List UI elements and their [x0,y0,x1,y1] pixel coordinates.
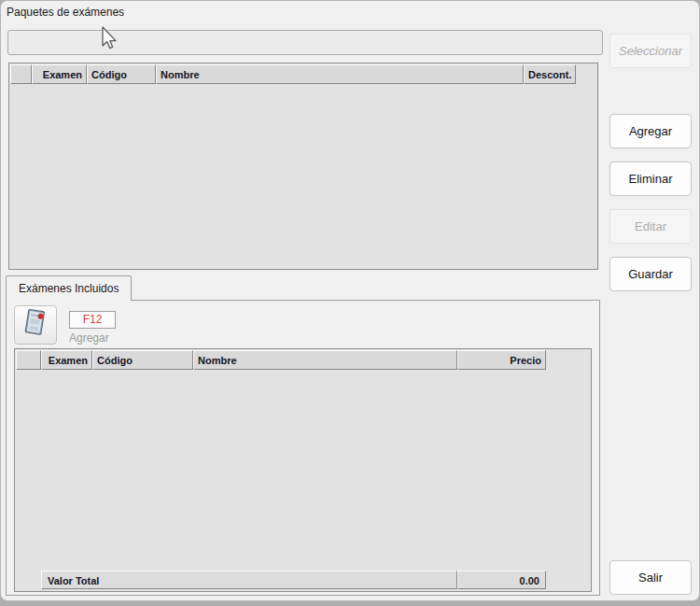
column-header-codigo[interactable]: Código [92,350,193,370]
mouse-cursor-icon [99,25,118,51]
included-exams-panel: F12 Agregar Examen Código Nombre Precio … [6,300,600,596]
guardar-button[interactable]: Guardar [609,257,692,291]
column-header-examen[interactable]: Examen [41,350,92,370]
tab-examenes-incluidos[interactable]: Exámenes Incluidos [6,275,132,301]
packages-table-header: Examen Código Nombre Descont. [10,64,576,84]
f12-shortcut-badge: F12 [69,311,116,329]
column-header-precio[interactable]: Precio [457,350,546,370]
included-exams-table[interactable]: Examen Código Nombre Precio Valor Total … [14,348,592,592]
search-input[interactable] [7,30,603,55]
column-header-nombre[interactable]: Nombre [156,64,524,84]
window-title: Paquetes de exámenes [7,6,124,19]
total-label: Valor Total [41,571,457,589]
seleccionar-button[interactable]: Seleccionar [609,34,692,68]
eliminar-button[interactable]: Eliminar [609,162,692,196]
packages-table[interactable]: Examen Código Nombre Descont. [8,63,598,270]
agregar-button[interactable]: Agregar [609,114,692,148]
column-header-descuento[interactable]: Descont. [524,64,576,84]
column-header-codigo[interactable]: Código [87,64,156,84]
add-exam-button[interactable] [14,305,57,345]
row-selector-header [16,350,41,370]
salir-button[interactable]: Salir [609,560,692,595]
row-selector-header [10,64,32,84]
column-header-examen[interactable]: Examen [32,64,87,84]
included-exams-table-header: Examen Código Nombre Precio [16,350,546,370]
add-exam-label: Agregar [69,331,109,345]
total-value: 0.00 [457,571,546,589]
window-bottom-shadow [0,601,700,606]
column-header-nombre[interactable]: Nombre [193,350,457,370]
add-exam-document-icon [21,307,50,344]
total-row: Valor Total 0.00 [41,571,546,589]
dialog-window: Paquetes de exámenes Examen Código Nombr… [0,0,700,601]
editar-button[interactable]: Editar [609,209,692,244]
